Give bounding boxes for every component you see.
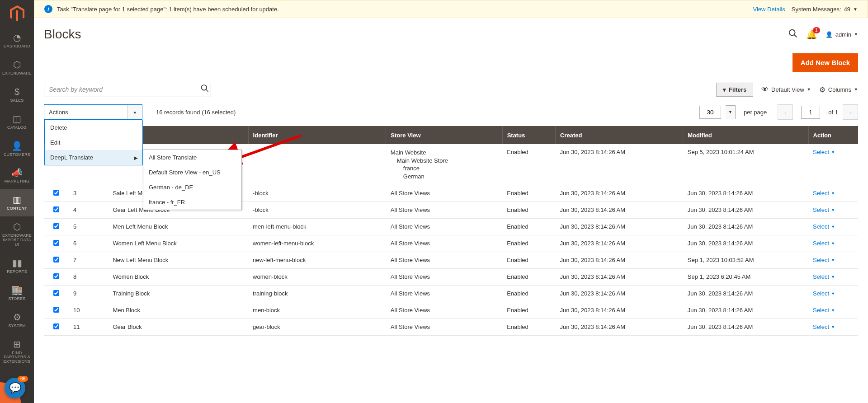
deepl-default-store-en[interactable]: Default Store View - en_US (143, 165, 241, 180)
svg-point-0 (789, 29, 795, 35)
chevron-down-icon: ▼ (853, 7, 858, 12)
bulk-actions-menu: Delete Edit DeepL Translate ▶ All Store … (44, 120, 143, 165)
chevron-down-icon: ▼ (831, 258, 835, 262)
deepl-german-de[interactable]: German - de_DE (143, 180, 241, 195)
total-pages: 1 (835, 109, 838, 116)
nav-system[interactable]: ⚙SYSTEM (0, 307, 34, 334)
keyword-search-button[interactable] (200, 84, 209, 95)
table-row[interactable]: 5Men Left Menu Blockmen-left-menu-blockA… (44, 219, 858, 235)
cell-modified: Jun 30, 2023 8:14:26 AM (683, 219, 808, 235)
table-row[interactable]: 10Men Blockmen-blockAll Store ViewsEnabl… (44, 302, 858, 319)
bulk-actions-dropdown[interactable]: Actions ▲ Delete Edit DeepL Translate ▶ … (44, 104, 142, 120)
cell-id: 4 (69, 202, 108, 219)
deepl-all-store-translate[interactable]: All Store Translate (143, 150, 241, 165)
chevron-right-icon: › (849, 109, 851, 116)
cell-title: Training Block (108, 286, 248, 302)
row-checkbox[interactable] (53, 273, 59, 279)
table-row[interactable]: 7New Left Menu Blocknew-left-menu-blockA… (44, 252, 858, 269)
row-checkbox[interactable] (53, 240, 59, 246)
admin-account-dropdown[interactable]: 👤 admin ▼ (826, 31, 858, 38)
col-header-identifier[interactable]: Identifier (248, 126, 386, 144)
cell-modified: Jun 30, 2023 8:14:26 AM (683, 319, 808, 336)
cell-id: 8 (69, 269, 108, 286)
nav-extendware[interactable]: ⬡EXTENDWARE (0, 54, 34, 81)
cell-identifier: -block (248, 202, 386, 219)
table-row[interactable]: 8Women Blockwomen-blockAll Store ViewsEn… (44, 269, 858, 286)
row-action-select[interactable]: Select ▼ (813, 273, 835, 280)
nav-customers[interactable]: 👤CUSTOMERS (0, 136, 34, 163)
cell-store-view: Main WebsiteMain Website StorefranceGerm… (386, 144, 502, 185)
row-checkbox[interactable] (53, 206, 59, 212)
system-messages-toggle[interactable]: System Messages: 49 ▼ (792, 6, 858, 13)
page-size-input[interactable] (699, 106, 721, 119)
nav-stores[interactable]: 🏬STORES (0, 280, 34, 307)
col-header-status[interactable]: Status (502, 126, 555, 144)
cell-identifier: training-block (248, 286, 386, 302)
row-action-select[interactable]: Select ▼ (813, 323, 835, 330)
cell-store-view: All Store Views (386, 252, 502, 269)
row-action-select[interactable]: Select ▼ (813, 240, 835, 247)
add-new-block-button[interactable]: Add New Block (793, 53, 858, 72)
row-checkbox[interactable] (53, 290, 59, 296)
row-checkbox[interactable] (53, 257, 59, 262)
nav-content[interactable]: ▥CONTENT (0, 189, 34, 216)
nav-catalog[interactable]: ◫CATALOG (0, 108, 34, 136)
row-action-select[interactable]: Select ▼ (813, 290, 835, 297)
layout-icon: ▥ (13, 195, 21, 205)
table-row[interactable]: 6Women Left Menu Blockwomen-left-menu-bl… (44, 235, 858, 252)
row-action-select[interactable]: Select ▼ (813, 307, 835, 314)
table-row[interactable]: 11Gear Blockgear-blockAll Store ViewsEna… (44, 319, 858, 336)
cell-status: Enabled (502, 302, 555, 319)
nav-marketing[interactable]: 📣MARKETING (0, 162, 34, 189)
keyword-search-input[interactable] (44, 82, 211, 97)
col-header-action[interactable]: Action (808, 126, 858, 144)
magento-logo[interactable] (0, 0, 34, 27)
cell-identifier: men-left-menu-block (248, 219, 386, 235)
svg-point-2 (202, 85, 207, 90)
col-header-created[interactable]: Created (556, 126, 683, 144)
nav-partners[interactable]: ⊞FIND PARTNERS & EXTENSIONS (0, 334, 34, 370)
row-action-select[interactable]: Select ▼ (813, 223, 835, 230)
chevron-down-icon: ▼ (831, 325, 835, 329)
col-header-modified[interactable]: Modified (683, 126, 808, 144)
row-checkbox[interactable] (53, 307, 59, 313)
col-header-store[interactable]: Store View (386, 126, 502, 144)
next-page-button[interactable]: › (843, 104, 858, 120)
nav-sales[interactable]: $SALES (0, 81, 34, 108)
deepl-france-fr[interactable]: france - fr_FR (143, 195, 241, 210)
current-page-input[interactable] (801, 106, 820, 119)
view-details-link[interactable]: View Details (753, 6, 785, 13)
actions-toggle[interactable]: ▲ (127, 105, 142, 119)
filters-button[interactable]: ▾ Filters (716, 83, 753, 97)
columns-dropdown[interactable]: ⚙ Columns ▼ (819, 85, 858, 94)
action-edit[interactable]: Edit (45, 135, 142, 150)
cell-created: Jun 30, 2023 8:14:26 AM (556, 144, 683, 185)
row-action-select[interactable]: Select ▼ (813, 149, 835, 155)
cell-id: 7 (69, 252, 108, 269)
row-checkbox[interactable] (53, 323, 59, 329)
row-checkbox[interactable] (53, 190, 59, 196)
nav-reports[interactable]: ▮▮REPORTS (0, 253, 34, 280)
prev-page-button[interactable]: ‹ (778, 104, 793, 120)
table-row[interactable]: 9Training Blocktraining-blockAll Store V… (44, 286, 858, 302)
nav-dashboard[interactable]: ◔DASHBOARD (0, 27, 34, 54)
cell-title: Women Block (108, 269, 248, 286)
filters-label: Filters (729, 86, 746, 93)
row-action-select[interactable]: Select ▼ (813, 257, 835, 263)
chevron-down-icon: ▼ (831, 225, 835, 229)
notifications-button[interactable]: 🔔 1 (806, 29, 817, 40)
row-action-select[interactable]: Select ▼ (813, 190, 835, 197)
nav-extendware-import[interactable]: ⬡EXTENDWARE IMPORT DATA UI (0, 216, 34, 253)
row-action-select[interactable]: Select ▼ (813, 206, 835, 213)
action-deepl-translate[interactable]: DeepL Translate ▶ All Store Translate De… (45, 150, 142, 165)
chevron-down-icon: ▼ (831, 275, 835, 279)
action-delete[interactable]: Delete (45, 120, 142, 135)
row-checkbox[interactable] (53, 223, 59, 229)
global-search-button[interactable] (788, 28, 798, 41)
chevron-down-icon: ▼ (831, 208, 835, 212)
page-size-dropdown[interactable]: ▼ (726, 105, 736, 119)
notification-text: Task "Translate page for 1 selected page… (57, 6, 279, 13)
default-view-dropdown[interactable]: 👁 Default View ▼ (761, 85, 811, 94)
of-label: of (828, 109, 833, 116)
help-fab[interactable]: 💬 66 (5, 378, 25, 398)
